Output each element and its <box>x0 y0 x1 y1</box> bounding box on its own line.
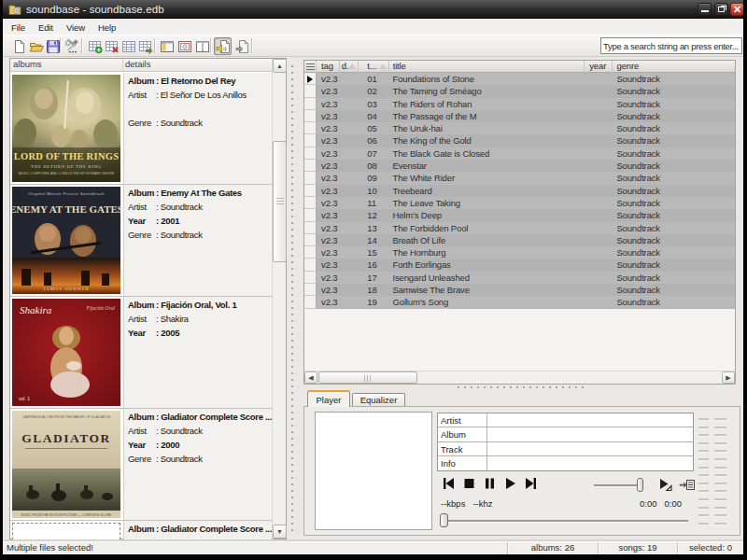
cell-title[interactable]: The Forbidden Pool <box>389 222 585 234</box>
album-cover-lotr_return_of_the_king[interactable]: LORD OF THE RINGS THE RETURN OF THE KING… <box>12 75 120 182</box>
cell-year[interactable] <box>585 172 612 184</box>
cell-genre[interactable]: Soundtrack <box>612 134 735 147</box>
track-row[interactable]: v2.312Helm's DeepSoundtrack <box>304 209 735 221</box>
cell-genre[interactable]: Soundtrack <box>612 272 735 284</box>
cell-tag[interactable]: v2.3 <box>317 234 340 246</box>
cell-track[interactable]: 14 <box>359 234 388 246</box>
cell-disc[interactable] <box>340 272 359 284</box>
cell-tag[interactable]: v2.3 <box>317 172 340 184</box>
cell-year[interactable] <box>585 98 612 110</box>
row-selector-cell[interactable] <box>304 246 317 259</box>
track-row[interactable]: v2.310TreebeardSoundtrack <box>304 185 735 197</box>
cell-track[interactable]: 09 <box>359 172 388 184</box>
album-row[interactable]: Shakira Fijación Oral vol. 1 Album: Fija… <box>10 297 272 409</box>
album-list-vertical-scrollbar[interactable]: ▲ ▼ <box>272 59 286 539</box>
album-row[interactable]: LAWRENCE ALONE FROM THE MAKER OF GLADIAT… <box>10 409 272 521</box>
row-selector-cell[interactable] <box>304 172 317 184</box>
cell-disc[interactable] <box>340 73 359 85</box>
cell-track[interactable]: 10 <box>359 185 388 197</box>
column-header-genre[interactable]: genre <box>613 61 735 73</box>
cell-genre[interactable]: Soundtrack <box>612 172 735 184</box>
menu-help[interactable]: Help <box>92 21 122 34</box>
scroll-up-button[interactable]: ▲ <box>273 59 287 73</box>
scroll-down-button[interactable]: ▼ <box>273 525 287 539</box>
track-row[interactable]: v2.301Foundations of StoneSoundtrack <box>304 73 735 85</box>
cell-year[interactable] <box>585 222 612 234</box>
album-row[interactable]: Original Motion Picture Soundtrack ENEMY… <box>10 185 272 297</box>
minimize-button[interactable] <box>698 3 712 16</box>
track-row[interactable]: v2.319Gollum's SongSoundtrack <box>304 296 735 308</box>
tab-equalizer[interactable]: Equalizer <box>352 393 405 407</box>
cell-title[interactable]: The Black Gate is Closed <box>389 147 585 160</box>
row-selector-cell[interactable] <box>304 259 317 271</box>
open-file-button[interactable] <box>27 37 45 55</box>
cell-track[interactable]: 04 <box>359 110 388 122</box>
row-selector-cell[interactable] <box>304 185 317 197</box>
track-row[interactable]: v2.304The Passage of the MSoundtrack <box>304 110 735 122</box>
cell-title[interactable]: Treebeard <box>389 185 585 197</box>
cell-track[interactable]: 03 <box>359 98 388 110</box>
cell-genre[interactable]: Soundtrack <box>612 246 735 259</box>
track-row[interactable]: v2.309The White RiderSoundtrack <box>304 172 735 184</box>
row-selector-cell[interactable] <box>304 98 317 110</box>
info-value-track[interactable] <box>487 442 693 455</box>
cell-track[interactable]: 19 <box>359 296 388 308</box>
cell-title[interactable]: Helm's Deep <box>389 209 585 221</box>
tools-button[interactable] <box>63 37 81 55</box>
cell-tag[interactable]: v2.3 <box>317 185 340 197</box>
albums-column-header[interactable]: albums <box>13 59 42 69</box>
scrollbar-thumb[interactable] <box>273 141 287 262</box>
cell-tag[interactable]: v2.3 <box>317 209 340 221</box>
track-table-horizontal-scrollbar[interactable]: ◀ ▶ <box>304 371 735 384</box>
cell-year[interactable] <box>585 234 612 246</box>
table-button[interactable] <box>120 37 137 55</box>
pause-button[interactable] <box>484 476 496 491</box>
cell-track[interactable]: 13 <box>359 222 388 234</box>
cell-year[interactable] <box>585 73 612 85</box>
cell-title[interactable]: Samwise The Brave <box>389 284 585 296</box>
cell-genre[interactable]: Soundtrack <box>612 185 735 197</box>
track-row[interactable]: v2.315The HornburgSoundtrack <box>304 246 735 259</box>
seek-slider[interactable] <box>440 520 688 522</box>
stop-button[interactable] <box>463 476 475 491</box>
column-header-title[interactable]: title <box>389 61 585 73</box>
track-row[interactable]: v2.311The Leave TakingSoundtrack <box>304 197 735 209</box>
table-delete-button[interactable] <box>103 37 120 55</box>
layout-columns-button[interactable] <box>193 37 211 55</box>
cell-genre[interactable]: Soundtrack <box>612 259 735 271</box>
row-selector-cell[interactable] <box>304 147 317 160</box>
row-selector-cell[interactable] <box>304 284 317 296</box>
volume-slider[interactable] <box>594 484 642 486</box>
cell-track[interactable]: 12 <box>359 209 388 221</box>
cell-genre[interactable]: Soundtrack <box>612 284 735 296</box>
cell-title[interactable]: The Uruk-hai <box>389 122 585 134</box>
seek-slider-thumb[interactable] <box>440 513 448 527</box>
cell-tag[interactable]: v2.3 <box>317 246 340 259</box>
cell-disc[interactable] <box>340 85 359 97</box>
cell-genre[interactable]: Soundtrack <box>612 296 735 308</box>
column-header-disc[interactable]: d. <box>340 61 359 73</box>
titlebar[interactable]: soundbase - soundbase.edb ✕ <box>3 0 743 19</box>
cell-track[interactable]: 07 <box>359 147 388 160</box>
volume-slider-thumb[interactable] <box>637 478 643 492</box>
track-row[interactable]: v2.307The Black Gate is ClosedSoundtrack <box>304 147 735 160</box>
cell-year[interactable] <box>585 197 612 209</box>
column-header-track[interactable]: t... <box>359 61 388 73</box>
cell-disc[interactable] <box>340 98 359 110</box>
cell-disc[interactable] <box>340 122 359 134</box>
row-selector-cell[interactable] <box>304 85 317 97</box>
cell-genre[interactable]: Soundtrack <box>612 73 735 85</box>
search-input[interactable] <box>600 37 742 54</box>
cell-track[interactable]: 01 <box>359 73 388 85</box>
cell-genre[interactable]: Soundtrack <box>612 222 735 234</box>
row-selector-cell[interactable] <box>304 234 317 246</box>
cell-tag[interactable]: v2.3 <box>317 134 340 147</box>
cell-genre[interactable]: Soundtrack <box>612 160 735 172</box>
cell-year[interactable] <box>585 122 612 134</box>
album-cover-none[interactable] <box>12 523 120 539</box>
cell-title[interactable]: The Hornburg <box>389 246 585 259</box>
album-row[interactable]: LORD OF THE RINGS THE RETURN OF THE KING… <box>10 73 272 185</box>
row-selector-cell[interactable] <box>304 122 317 134</box>
cell-genre[interactable]: Soundtrack <box>612 234 735 246</box>
cell-track[interactable]: 02 <box>359 85 388 97</box>
